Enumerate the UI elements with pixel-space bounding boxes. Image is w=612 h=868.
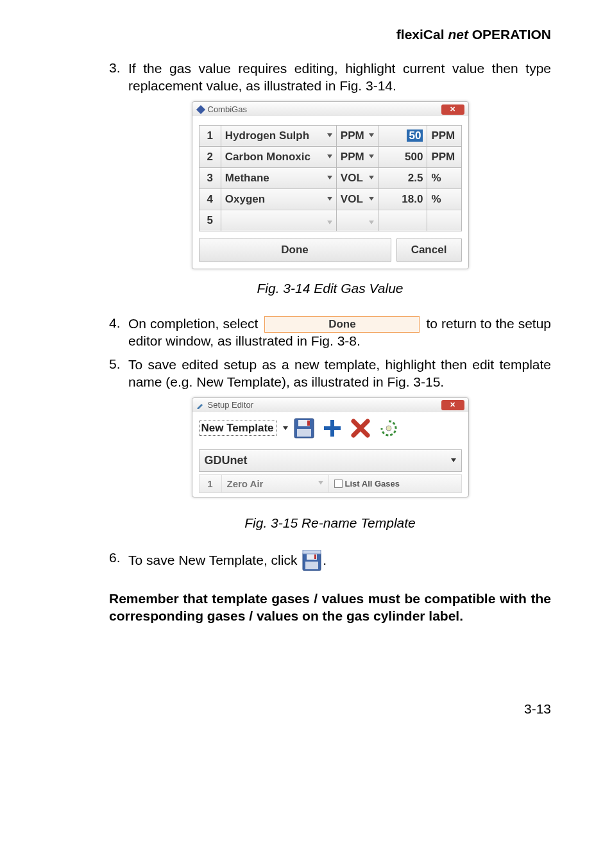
hdr-italic: net	[448, 27, 468, 42]
hdr-prefix: flexiCal	[396, 27, 448, 42]
add-icon[interactable]	[320, 416, 344, 440]
hdr-suffix: OPERATION	[468, 27, 551, 42]
delete-icon[interactable]	[348, 416, 373, 440]
row2-gas[interactable]: Carbon Monoxic	[221, 146, 336, 167]
setup-editor-titlebar[interactable]: Setup Editor ✕	[192, 398, 468, 412]
table-row: 2 Carbon Monoxic PPM 500 PPM	[199, 146, 461, 167]
row1-u2: PPM	[427, 125, 461, 146]
step-6: 6. To save New Template, click .	[109, 550, 551, 572]
checkbox-icon[interactable]	[334, 480, 343, 488]
row2-u2: PPM	[427, 146, 461, 167]
svg-point-6	[386, 426, 391, 431]
svg-rect-10	[314, 555, 316, 559]
done-inline-button[interactable]: Done	[264, 316, 420, 333]
chevron-down-icon[interactable]	[327, 133, 332, 137]
svg-rect-11	[303, 550, 321, 554]
template-name-input[interactable]: New Template	[199, 421, 276, 436]
row3-val[interactable]: 2.5	[378, 167, 427, 188]
chevron-down-icon[interactable]	[369, 197, 374, 201]
table-row: 3 Methane VOL 2.5 %	[199, 167, 461, 188]
chevron-down-icon[interactable]	[318, 481, 323, 485]
table-row: 4 Oxygen VOL 18.0 %	[199, 188, 461, 210]
step5-num: 5.	[109, 356, 128, 391]
step-5: 5. To save edited setup as a new templat…	[109, 356, 551, 391]
gas-table: 1 Hydrogen Sulph PPM 50 PPM 2 Carbon Mon…	[199, 125, 462, 231]
chevron-down-icon[interactable]	[369, 154, 374, 158]
step-3: 3. If the gas value requires editing, hi…	[109, 60, 551, 95]
gas-row-idx: 1	[200, 475, 222, 492]
row2-unit[interactable]: PPM	[336, 146, 378, 167]
row1-unit[interactable]: PPM	[336, 125, 378, 146]
row1-gas[interactable]: Hydrogen Sulph	[221, 125, 336, 146]
row5-gas[interactable]	[221, 210, 336, 231]
page-number: 3-13	[109, 701, 551, 717]
step6-text: To save New Template, click .	[128, 550, 551, 572]
row3-idx: 3	[199, 167, 221, 188]
row1-idx: 1	[199, 125, 221, 146]
setup-editor-title: Setup Editor	[208, 400, 254, 410]
row1-val[interactable]: 50	[378, 125, 427, 146]
fig-3-15-caption: Fig. 3-15 Re-name Template	[109, 515, 551, 531]
table-row: 1 Hydrogen Sulph PPM 50 PPM	[199, 125, 461, 146]
device-name: GDUnet	[205, 454, 248, 467]
step-4: 4. On completion, select Done to return …	[109, 315, 551, 350]
chevron-down-icon[interactable]	[451, 458, 456, 462]
step3-num: 3.	[109, 60, 128, 95]
row3-u2: %	[427, 167, 461, 188]
chevron-down-icon[interactable]	[369, 221, 374, 224]
chevron-down-icon[interactable]	[369, 133, 374, 137]
row4-val[interactable]: 18.0	[378, 188, 427, 210]
refresh-icon[interactable]	[377, 416, 401, 440]
row4-idx: 4	[199, 188, 221, 210]
chevron-down-icon[interactable]	[327, 221, 332, 224]
close-icon[interactable]: ✕	[441, 104, 464, 115]
step4-text: On completion, select Done to return to …	[128, 315, 551, 350]
gas-row: 1 Zero Air List All Gases	[199, 474, 462, 493]
chevron-down-icon[interactable]	[283, 426, 288, 430]
combigas-app-icon	[196, 105, 205, 114]
row3-gas[interactable]: Methane	[221, 167, 336, 188]
fig-3-14-caption: Fig. 3-14 Edit Gas Value	[109, 281, 551, 296]
combigas-titlebar[interactable]: CombiGas ✕	[192, 102, 468, 116]
close-icon[interactable]: ✕	[441, 400, 464, 410]
save-icon[interactable]	[292, 416, 316, 440]
svg-rect-3	[307, 421, 310, 426]
chevron-down-icon[interactable]	[327, 197, 332, 201]
device-selector[interactable]: GDUnet	[199, 449, 462, 472]
row2-val[interactable]: 500	[378, 146, 427, 167]
row5-unit[interactable]	[336, 210, 378, 231]
page-header: flexiCal net OPERATION	[109, 27, 551, 42]
gas-row-gas[interactable]: Zero Air	[222, 475, 329, 492]
combigas-dialog: CombiGas ✕ 1 Hydrogen Sulph PPM 50 PPM 2…	[192, 101, 469, 269]
wrench-icon	[196, 401, 204, 409]
row4-unit[interactable]: VOL	[336, 188, 378, 210]
step3-text: If the gas value requires editing, highl…	[128, 60, 551, 95]
setup-editor-dialog: Setup Editor ✕ New Template	[192, 397, 469, 497]
list-all-gases-checkbox[interactable]: List All Gases	[329, 475, 461, 492]
chevron-down-icon[interactable]	[327, 176, 332, 179]
combigas-title: CombiGas	[208, 104, 247, 114]
row5-idx: 5	[199, 210, 221, 231]
row5-u2	[427, 210, 461, 231]
svg-rect-9	[305, 562, 318, 569]
row5-val[interactable]	[378, 210, 427, 231]
chevron-down-icon[interactable]	[369, 176, 374, 179]
row4-gas[interactable]: Oxygen	[221, 188, 336, 210]
cancel-button[interactable]: Cancel	[396, 238, 462, 262]
step6-num: 6.	[109, 550, 128, 572]
step5-text: To save edited setup as a new template, …	[128, 356, 551, 391]
compatibility-note: Remember that template gases / values mu…	[109, 590, 551, 625]
save-icon[interactable]	[302, 550, 321, 572]
step4-num: 4.	[109, 315, 128, 350]
template-toolbar: New Template	[199, 416, 462, 440]
table-row: 5	[199, 210, 461, 231]
row4-u2: %	[427, 188, 461, 210]
row3-unit[interactable]: VOL	[336, 167, 378, 188]
done-button[interactable]: Done	[199, 238, 391, 262]
chevron-down-icon[interactable]	[327, 154, 332, 158]
row2-idx: 2	[199, 146, 221, 167]
svg-rect-5	[324, 426, 341, 430]
svg-rect-2	[297, 429, 311, 437]
